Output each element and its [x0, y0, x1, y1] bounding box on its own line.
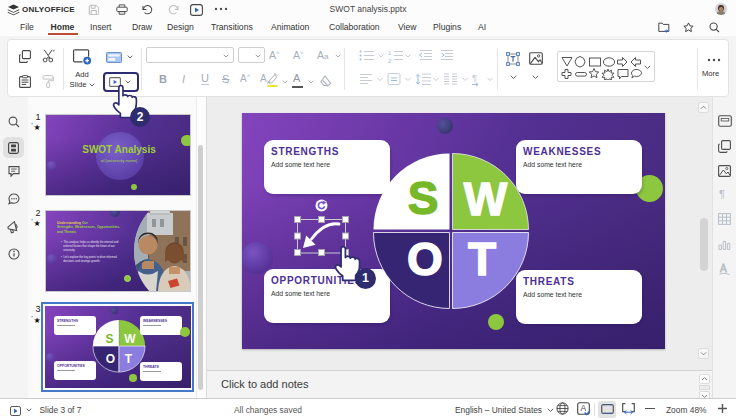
svg-text:A: A — [720, 263, 727, 274]
svg-text:O: O — [105, 352, 114, 366]
svg-text:1: 1 — [388, 50, 392, 56]
svg-text:¶: ¶ — [472, 72, 477, 83]
svg-text:T: T — [124, 352, 132, 366]
svg-text:W: W — [124, 332, 136, 346]
svg-text:S: S — [105, 332, 113, 346]
svg-text:2: 2 — [388, 58, 392, 64]
svg-text:A: A — [580, 403, 586, 413]
